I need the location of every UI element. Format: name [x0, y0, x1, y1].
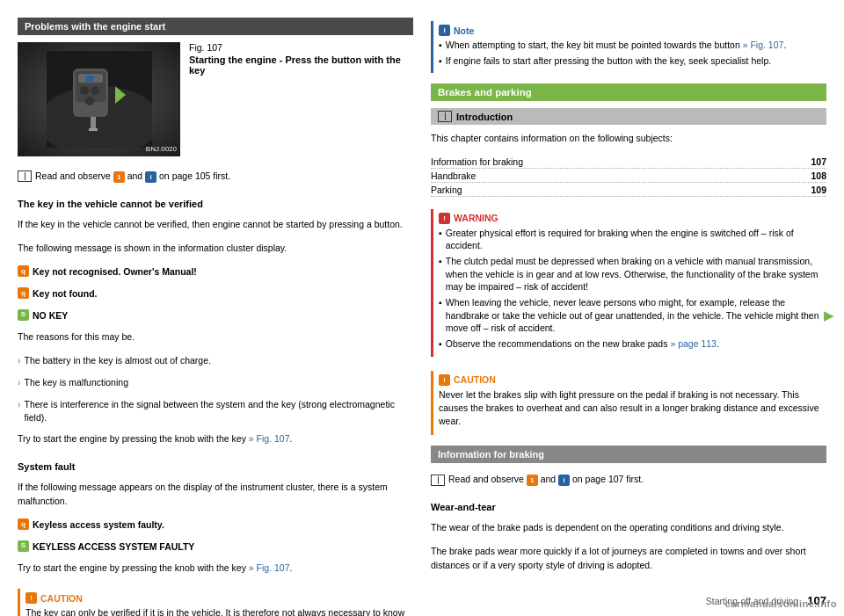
- book-icon-2: [431, 475, 445, 486]
- warning-box: ! WARNING ▪ Greater physical effort is r…: [431, 209, 826, 357]
- toc-page-2: 108: [811, 170, 826, 181]
- left-column: Problems with the engine start: [18, 18, 413, 598]
- try-start-2: Try to start the engine by pressing the …: [18, 562, 413, 575]
- caution-icon: !: [25, 592, 37, 604]
- section-header-problems: Problems with the engine start: [18, 18, 413, 35]
- right-caution-header: ! CAUTION: [439, 374, 821, 386]
- try-start-link-1[interactable]: » Fig. 107: [249, 433, 290, 444]
- note-text-1: When attempting to start, the key bit mu…: [446, 39, 787, 52]
- caution-header: ! CAUTION: [25, 592, 408, 604]
- badge-1b: 1: [527, 475, 538, 486]
- toc-item-2: Handbrake 108: [431, 170, 826, 183]
- wear-tear-title: Wear-and-tear: [431, 502, 826, 512]
- right-column: i Note ▪ When attempting to start, the k…: [431, 18, 826, 598]
- toc-page-3: 109: [811, 185, 826, 195]
- right-caution-icon: !: [439, 374, 450, 386]
- warning-text-4: Observe the recommendations on the new b…: [446, 337, 719, 351]
- toc-label-1: Information for braking: [431, 156, 807, 167]
- svg-point-5: [80, 86, 89, 95]
- msg-text-3: NO KEY: [33, 309, 68, 322]
- badge-i-1: i: [145, 171, 156, 183]
- brakes-section-header: Brakes and parking: [431, 83, 826, 101]
- brakes-header-label: Brakes and parking: [438, 87, 532, 98]
- info-cluster-text: The following message is shown in the in…: [18, 242, 413, 255]
- message-2: q Key not found.: [18, 287, 413, 301]
- msg-badge-3: S: [18, 309, 29, 321]
- sys-message-2: S KEYLESS ACCESS SYSTEM FAULTY: [18, 540, 413, 554]
- warning-item-4: ▪ Observe the recommendations on the new…: [439, 337, 821, 351]
- toc-label-3: Parking: [431, 185, 807, 195]
- info-braking-header: Information for braking: [431, 446, 826, 463]
- key-not-verified-title: The key in the vehicle cannot be verifie…: [18, 199, 413, 209]
- bullet-2: ▪: [439, 54, 442, 68]
- wear-tear-body-1: The wear of the brake pads is dependent …: [431, 521, 826, 534]
- reason-1: › The battery in the key is almost out o…: [18, 354, 413, 367]
- sys-message-1: q Keyless access system faulty.: [18, 518, 413, 532]
- right-caution-body: Never let the brakes slip with light pre…: [439, 388, 821, 429]
- reason-text-3: There is interference in the signal betw…: [25, 398, 414, 424]
- svg-rect-10: [91, 117, 96, 130]
- warning-text-1: Greater physical effort is required for …: [446, 227, 821, 252]
- warning-text-2: The clutch pedal must be depressed when …: [446, 255, 821, 294]
- reason-text-1: The battery in the key is almost out of …: [25, 354, 211, 367]
- arrow-2: ›: [18, 376, 21, 389]
- section-header-label: Problems with the engine start: [25, 21, 165, 32]
- read-observe-1: Read and observe 1 and i on page 105 fir…: [18, 170, 413, 183]
- wear-tear-body-2: The brake pads wear more quickly if a lo…: [431, 545, 826, 571]
- reason-3: › There is interference in the signal be…: [18, 398, 413, 424]
- toc-item-1: Information for braking 107: [431, 156, 826, 169]
- note-header: i Note: [439, 25, 821, 36]
- toc-label-2: Handbrake: [431, 170, 807, 181]
- watermark: carmanualsonline.info: [725, 598, 837, 609]
- figure-container: BNJ.0020 Fig. 107 Starting the engine - …: [18, 42, 413, 156]
- warning-item-1: ▪ Greater physical effort is required fo…: [439, 227, 821, 252]
- figure-caption: Fig. 107 Starting the engine - Press the…: [189, 42, 413, 156]
- caution-body: The key can only be verified if it is in…: [25, 606, 408, 616]
- note-icon: i: [439, 25, 450, 36]
- try-start-1: Try to start the engine by pressing the …: [18, 432, 413, 446]
- arrow-3: ›: [18, 398, 21, 424]
- toc-item-3: Parking 109: [431, 185, 826, 197]
- msg-text-2: Key not found.: [33, 287, 98, 301]
- reason-2: › The key is malfunctioning: [18, 376, 413, 389]
- warning-title: WARNING: [454, 213, 498, 223]
- note-box: i Note ▪ When attempting to start, the k…: [431, 21, 826, 73]
- introduction-label: Introduction: [456, 112, 513, 122]
- book-icon-intro: [438, 111, 452, 122]
- caution-title: CAUTION: [40, 593, 83, 604]
- badge-1: 1: [113, 171, 125, 183]
- warning-item-3: ▪ When leaving the vehicle, never leave …: [439, 296, 821, 335]
- reasons-title: The reasons for this may be.: [18, 330, 413, 344]
- introduction-header: Introduction: [431, 108, 826, 125]
- note-item-1: ▪ When attempting to start, the key bit …: [439, 39, 821, 52]
- note-link-1[interactable]: » Fig. 107: [743, 40, 784, 50]
- svg-point-7: [85, 97, 94, 105]
- key-not-verified-body: If the key in the vehicle cannot be veri…: [18, 218, 413, 231]
- figure-label: BNJ.0020: [146, 145, 177, 153]
- warning-link[interactable]: » page 113: [670, 338, 717, 349]
- book-icon-1: [18, 170, 32, 182]
- read-observe-text: Read and observe 1 and i on page 105 fir…: [35, 170, 230, 183]
- read-observe-2: Read and observe 1 and i on page 107 fir…: [431, 474, 826, 486]
- warning-header: ! WARNING: [439, 213, 821, 224]
- right-caution-box: ! CAUTION Never let the brakes slip with…: [431, 371, 826, 436]
- right-caution-title: CAUTION: [454, 374, 496, 385]
- caution-box: ! CAUTION The key can only be verified i…: [18, 589, 413, 616]
- try-start-link-2[interactable]: » Fig. 107: [249, 562, 290, 573]
- reason-text-2: The key is malfunctioning: [25, 376, 128, 389]
- bullet-1: ▪: [439, 39, 442, 52]
- message-1: q Key not recognised. Owner's Manual!: [18, 265, 413, 279]
- svg-point-6: [91, 86, 99, 95]
- figure-description: Starting the engine - Press the button w…: [189, 54, 413, 76]
- sys-text-1: Keyless access system faulty.: [33, 518, 164, 532]
- continue-arrow: ▶: [824, 308, 833, 322]
- warning-text-3: When leaving the vehicle, never leave pe…: [446, 296, 821, 335]
- figure-number: Fig. 107: [189, 42, 413, 53]
- sys-badge-1: q: [18, 518, 29, 530]
- toc-page-1: 107: [811, 156, 826, 167]
- note-text-2: If engine fails to start after pressing …: [446, 54, 771, 68]
- intro-body: This chapter contains information on the…: [431, 132, 826, 145]
- message-3: S NO KEY: [18, 309, 413, 322]
- msg-text-1: Key not recognised. Owner's Manual!: [33, 265, 197, 279]
- read-observe-text-2: Read and observe 1 and i on page 107 fir…: [448, 474, 644, 486]
